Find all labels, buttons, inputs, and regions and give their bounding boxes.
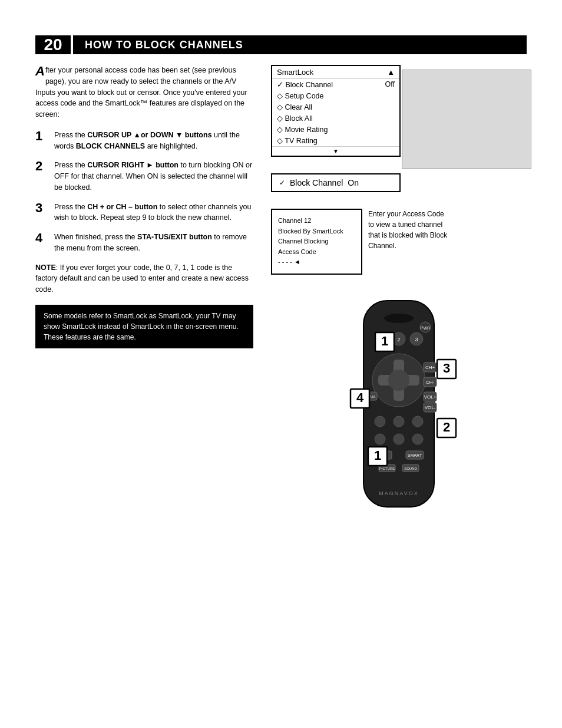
svg-text:1: 1 xyxy=(374,448,381,463)
svg-text:PICTURE: PICTURE xyxy=(379,467,395,470)
page-title: How to Block Channels xyxy=(73,35,527,54)
svg-text:VOL-: VOL- xyxy=(425,405,436,410)
svg-text:2: 2 xyxy=(397,337,400,342)
title-text: How to Block Channels xyxy=(85,39,243,51)
block-status-value: On xyxy=(348,178,359,187)
screen-line5: - - - - ◄ xyxy=(278,257,355,268)
svg-text:PWR: PWR xyxy=(421,326,430,330)
remote-control-area: 1 2 3 PWR xyxy=(271,295,527,515)
svg-point-29 xyxy=(412,434,423,444)
svg-text:3: 3 xyxy=(415,337,418,342)
svg-text:1: 1 xyxy=(381,334,388,348)
step-3: 3 Press the CH + or CH – button to selec… xyxy=(35,202,253,224)
step-2: 2 Press the CURSOR RIGHT ► button to tur… xyxy=(35,160,253,193)
svg-point-13 xyxy=(388,370,409,391)
warning-box: Some models refer to SmartLock as SmartL… xyxy=(35,305,253,348)
step-1: 1 Press the CURSOR UP ▲or DOWN ▼ buttons… xyxy=(35,130,253,152)
step-1-text: Press the CURSOR UP ▲or DOWN ▼ buttons u… xyxy=(54,130,253,152)
svg-text:MAGNAVOX: MAGNAVOX xyxy=(379,490,418,496)
svg-point-24 xyxy=(375,416,385,427)
note-paragraph: NOTE: If you ever forget your code, the … xyxy=(35,262,253,295)
note-text: : If you ever forget your code, the 0, 7… xyxy=(35,263,249,294)
svg-text:CH-: CH- xyxy=(426,380,435,385)
step-3-number: 3 xyxy=(35,202,48,215)
left-column: A fter your personal access code has bee… xyxy=(35,65,253,693)
step-2-number: 2 xyxy=(35,160,48,173)
svg-point-25 xyxy=(394,416,404,427)
screen-line1: Channel 12 xyxy=(278,216,355,226)
svg-text:VOL+: VOL+ xyxy=(424,394,437,400)
menu-item-setup-code: ◇ Setup Code xyxy=(272,90,399,101)
svg-text:SOUND: SOUND xyxy=(404,467,417,470)
remote-control-svg: 1 2 3 PWR xyxy=(328,295,470,513)
step-1-number: 1 xyxy=(35,130,48,143)
screen-line3: Channel Blocking xyxy=(278,236,355,247)
svg-text:3: 3 xyxy=(443,361,450,375)
intro-text: fter your personal access code has been … xyxy=(35,66,247,118)
warning-text: Some models refer to SmartLock as SmartL… xyxy=(44,312,239,341)
menu-item-block-channel: ✓ Block Channel Off xyxy=(272,79,399,90)
svg-point-26 xyxy=(412,416,423,427)
note-label: NOTE xyxy=(35,263,56,272)
remote-svg-wrapper: 1 2 3 PWR xyxy=(328,295,470,515)
block-status-check-icon: ✓ xyxy=(279,179,285,187)
tv-screen: Channel 12 Blocked By SmartLock Channel … xyxy=(271,209,362,275)
step-4: 4 When finished, press the STA-TUS/EXIT … xyxy=(35,232,253,254)
menu-item-setup-code-label: ◇ Setup Code xyxy=(277,91,324,100)
check-icon: ✓ xyxy=(277,81,285,89)
step-3-text: Press the CH + or CH – button to select … xyxy=(54,202,253,224)
smartlock-footer: ▼ xyxy=(272,146,399,156)
menu-item-block-all-label: ◇ Block All xyxy=(277,114,313,123)
arrow-down-icon: ▼ xyxy=(333,148,339,154)
access-code-area: Channel 12 Blocked By SmartLock Channel … xyxy=(271,209,527,275)
menu-item-clear-all-label: ◇ Clear All xyxy=(277,103,312,111)
svg-text:CH+: CH+ xyxy=(425,365,435,370)
smartlock-arrow-up-icon: ▲ xyxy=(387,68,395,77)
drop-cap: A xyxy=(35,65,45,78)
svg-text:4: 4 xyxy=(356,390,364,405)
menu-item-block-all: ◇ Block All xyxy=(272,113,399,124)
menu-item-movie-rating: ◇ Movie Rating xyxy=(272,124,399,135)
page-number: 20 xyxy=(35,35,71,54)
smartlock-title: SmartLock xyxy=(277,68,313,77)
menu-item-movie-rating-label: ◇ Movie Rating xyxy=(277,125,328,134)
right-column: SmartLock ▲ ✓ Block Channel Off ◇ Setup … xyxy=(271,65,527,693)
menu-shadow xyxy=(402,70,531,169)
step-4-number: 4 xyxy=(35,232,48,245)
page-header: 20 How to Block Channels xyxy=(35,35,527,54)
smartlock-menu: SmartLock ▲ ✓ Block Channel Off ◇ Setup … xyxy=(271,65,401,157)
menu-item-clear-all: ◇ Clear All xyxy=(272,101,399,113)
block-status-label: Block Channel xyxy=(290,178,343,187)
smartlock-header: SmartLock ▲ xyxy=(272,66,399,79)
screen-line4: Access Code xyxy=(278,247,355,258)
page: 20 How to Block Channels A fter your per… xyxy=(0,0,562,728)
menu-item-tv-rating: ◇ TV Rating xyxy=(272,135,399,146)
svg-text:2: 2 xyxy=(443,420,450,434)
svg-point-28 xyxy=(394,434,404,444)
menu-item-tv-rating-label: ◇ TV Rating xyxy=(277,136,318,145)
access-code-description: Enter your Access Code to view a tuned c… xyxy=(368,209,451,251)
main-content: A fter your personal access code has bee… xyxy=(35,65,527,693)
smartlock-menu-wrapper: SmartLock ▲ ✓ Block Channel Off ◇ Setup … xyxy=(271,65,527,164)
block-status-bar: ✓ Block Channel On xyxy=(271,173,401,192)
menu-item-block-channel-value: Off xyxy=(385,80,395,89)
svg-point-27 xyxy=(375,434,385,444)
intro-paragraph: A fter your personal access code has bee… xyxy=(35,65,253,120)
screen-line2: Blocked By SmartLock xyxy=(278,226,355,237)
step-2-text: Press the CURSOR RIGHT ► button to turn … xyxy=(54,160,253,193)
menu-item-block-channel-label: ✓ Block Channel xyxy=(277,80,333,89)
svg-point-1 xyxy=(384,314,414,323)
svg-text:SMART: SMART xyxy=(408,453,422,457)
step-4-text: When finished, press the STA-TUS/EXIT bu… xyxy=(54,232,253,254)
